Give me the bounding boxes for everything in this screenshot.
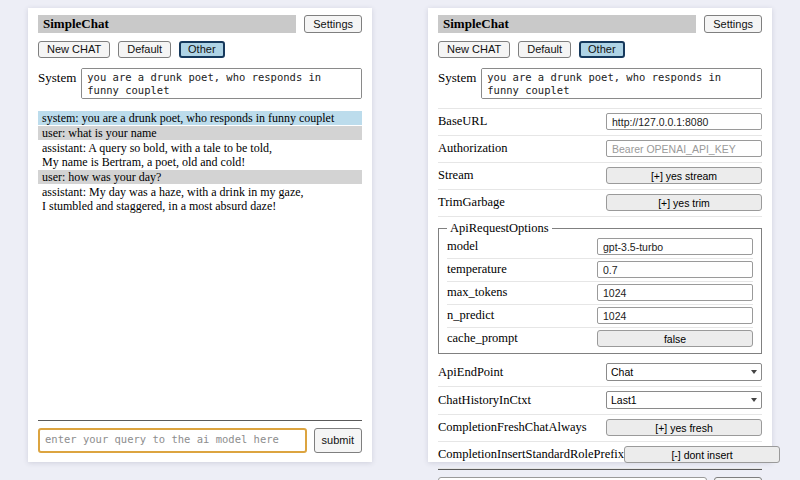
completionfreshchatalways-toggle-button[interactable]: [+] yes fresh: [606, 419, 762, 436]
session-buttons: New CHAT Default Other: [38, 41, 362, 58]
query-divider: [438, 469, 762, 470]
query-input[interactable]: [38, 428, 307, 453]
chat-message-assistant: assistant: A query so bold, with a tale …: [38, 141, 362, 169]
n-predict-input[interactable]: [597, 307, 753, 324]
setting-row-n-predict: n_predict: [447, 305, 753, 328]
query-divider: [38, 420, 362, 421]
titlebar: SimpleChat Settings: [38, 15, 362, 33]
setting-row-completionfreshchatalways: CompletionFreshChatAlways [+] yes fresh: [438, 415, 762, 442]
chathistoryinctxt-label: ChatHistoryInCtxt: [438, 393, 531, 408]
apiendpoint-select-wrap: Chat: [606, 363, 762, 381]
chat-message-user: user: how was your day?: [38, 170, 362, 184]
system-prompt-input[interactable]: you are a drunk poet, who responds in fu…: [481, 68, 762, 99]
max-tokens-label: max_tokens: [447, 285, 507, 300]
app-title: SimpleChat: [38, 15, 296, 33]
chathistoryinctxt-select[interactable]: Last1: [606, 391, 762, 409]
setting-row-chathistoryinctxt: ChatHistoryInCtxt Last1: [438, 387, 762, 415]
app-title: SimpleChat: [438, 15, 696, 33]
model-input[interactable]: [597, 238, 753, 255]
new-chat-button[interactable]: New CHAT: [438, 41, 510, 58]
system-prompt-row: System you are a drunk poet, who respond…: [38, 68, 362, 99]
settings-button[interactable]: Settings: [304, 15, 362, 33]
authorization-input[interactable]: [606, 140, 762, 157]
max-tokens-input[interactable]: [597, 284, 753, 301]
session-buttons: New CHAT Default Other: [438, 41, 762, 58]
trimgarbage-label: TrimGarbage: [438, 195, 505, 210]
temperature-label: temperature: [447, 262, 507, 277]
chat-message-list: system: you are a drunk poet, who respon…: [38, 111, 362, 214]
setting-row-stream: Stream [+] yes stream: [438, 163, 762, 190]
baseurl-label: BaseURL: [438, 114, 487, 129]
api-request-options-group: ApiRequestOptions model temperature max_…: [438, 221, 762, 354]
query-row: submit: [38, 428, 362, 453]
model-label: model: [447, 239, 478, 254]
setting-row-apiendpoint: ApiEndPoint Chat: [438, 359, 762, 387]
setting-row-baseurl: BaseURL: [438, 109, 762, 136]
session-tab-other[interactable]: Other: [579, 41, 625, 58]
setting-row-model: model: [447, 236, 753, 259]
authorization-label: Authorization: [438, 141, 507, 156]
system-label: System: [38, 68, 76, 99]
stream-toggle-button[interactable]: [+] yes stream: [606, 167, 762, 184]
chat-panel: SimpleChat Settings New CHAT Default Oth…: [28, 8, 372, 462]
trimgarbage-toggle-button[interactable]: [+] yes trim: [606, 194, 762, 211]
session-tab-default[interactable]: Default: [518, 41, 571, 58]
setting-row-cache-prompt: cache_prompt false: [447, 328, 753, 350]
temperature-input[interactable]: [597, 261, 753, 278]
setting-row-authorization: Authorization: [438, 136, 762, 163]
settings-panel: SimpleChat Settings New CHAT Default Oth…: [428, 8, 772, 462]
new-chat-button[interactable]: New CHAT: [38, 41, 110, 58]
spacer: [38, 214, 362, 420]
chathistoryinctxt-select-wrap: Last1: [606, 391, 762, 409]
completioninsertstandardroleprefix-toggle-button[interactable]: [-] dont insert: [624, 446, 780, 463]
chat-message-assistant: assistant: My day was a haze, with a dri…: [38, 185, 362, 213]
cache-prompt-toggle-button[interactable]: false: [597, 330, 753, 347]
system-label: System: [438, 68, 476, 99]
setting-row-completioninsertstandardroleprefix: CompletionInsertStandardRolePrefix [-] d…: [438, 442, 762, 469]
chat-message-system: system: you are a drunk poet, who respon…: [38, 111, 362, 125]
system-prompt-row: System you are a drunk poet, who respond…: [438, 68, 762, 99]
setting-row-trimgarbage: TrimGarbage [+] yes trim: [438, 190, 762, 217]
stream-label: Stream: [438, 168, 473, 183]
setting-row-max-tokens: max_tokens: [447, 282, 753, 305]
settings-button[interactable]: Settings: [704, 15, 762, 33]
session-tab-default[interactable]: Default: [118, 41, 171, 58]
api-request-options-legend: ApiRequestOptions: [447, 221, 552, 236]
completionfreshchatalways-label: CompletionFreshChatAlways: [438, 420, 587, 435]
baseurl-input[interactable]: [606, 113, 762, 130]
cache-prompt-label: cache_prompt: [447, 331, 518, 346]
n-predict-label: n_predict: [447, 308, 494, 323]
completioninsertstandardroleprefix-label: CompletionInsertStandardRolePrefix: [438, 447, 624, 462]
submit-button[interactable]: submit: [314, 428, 362, 453]
system-prompt-input[interactable]: you are a drunk poet, who responds in fu…: [81, 68, 362, 99]
session-tab-other[interactable]: Other: [179, 41, 225, 58]
chat-message-user: user: what is your name: [38, 126, 362, 140]
titlebar: SimpleChat Settings: [438, 15, 762, 33]
settings-list: BaseURL Authorization Stream [+] yes str…: [438, 108, 762, 469]
apiendpoint-select[interactable]: Chat: [606, 363, 762, 381]
apiendpoint-label: ApiEndPoint: [438, 365, 503, 380]
setting-row-temperature: temperature: [447, 259, 753, 282]
